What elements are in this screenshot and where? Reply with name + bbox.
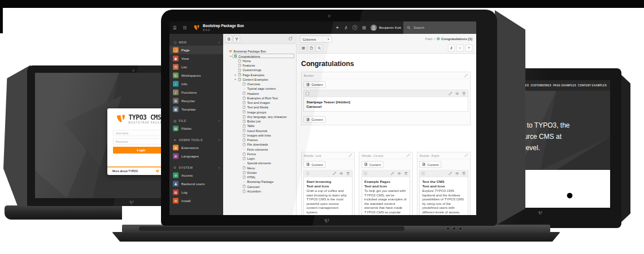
content-element-links[interactable]: Log into TYPO3 [423,214,465,215]
add-content-button[interactable]: Content [362,161,384,168]
visibility-icon[interactable] [398,172,402,176]
module-item-template[interactable]: ▦Template [169,105,223,113]
tree-item-images-with-links[interactable]: Images with links [223,133,297,138]
module-item-list[interactable]: ☰List [169,63,223,71]
tree-expander-icon[interactable]: ▾ [229,55,232,58]
delete-icon[interactable] [404,172,408,176]
columns-select[interactable]: Columns ▾ [300,36,332,43]
tree-item-form-elements[interactable]: ┄Form elements [223,147,297,151]
avatar[interactable] [371,25,377,31]
tree-item-congratulations[interactable]: ▾Congratulations [223,54,297,58]
tree-item-file-downloads[interactable]: File downloads [223,142,297,147]
menu-toggle-icon[interactable]: ☰ [173,25,177,30]
module-item-functions[interactable]: ƒFunctions [169,88,223,97]
tree-item-bullet-list[interactable]: Bullet List [223,119,297,124]
tree-item-text-and-images[interactable]: Text and Images [223,100,297,105]
module-section-admin-tools[interactable]: ➤ADMIN TOOLS▾ [169,136,223,143]
module-item-info[interactable]: iInfo [169,80,223,88]
content-element-card[interactable]: Example PagesText and IconTo help get yo… [362,170,410,215]
module-item-view[interactable]: ◉View [169,54,223,63]
tree-item-customizings[interactable]: Customizings [223,68,297,72]
view-search-button[interactable] [316,45,323,51]
tree-item-headers[interactable]: Headers [223,91,297,95]
tree-item-text-and-media[interactable]: Text and Media [223,105,297,110]
module-item-page[interactable]: ❏Page [169,46,223,54]
content-element-links[interactable]: Features Customizing [307,214,350,215]
edit-column-icon[interactable] [464,154,468,157]
user-name[interactable]: Benjamin Kott [379,26,401,30]
tree-item-login[interactable]: Login [223,156,297,161]
new-page-button[interactable] [225,36,232,42]
module-item-install[interactable]: ⚙Install [169,196,223,205]
edit-icon[interactable] [449,172,452,176]
tree-item-carousel[interactable]: Carousel [223,184,297,189]
module-item-extensions[interactable]: ⊞Extensions [169,143,223,152]
module-item-filelist[interactable]: ▤Filelist [169,124,223,133]
add-content-button[interactable]: Content [304,116,326,123]
tree-item-insert-records[interactable]: Insert Records [223,128,297,133]
tree-expander-icon[interactable]: ▾ [234,78,237,81]
content-element-card[interactable]: Start browsingText and IconGrab a cup of… [304,170,353,215]
delete-icon[interactable] [462,92,466,96]
site-nav-item-customizings[interactable]: CUSTOMIZINGS [530,84,551,87]
module-section-web[interactable]: ❏WEB▾ [169,38,223,46]
bookmark-star-icon[interactable]: ★ [336,25,339,30]
module-section-file[interactable]: ▤FILE▾ [169,117,223,124]
view-mode-grid-button[interactable] [300,45,307,51]
edit-icon[interactable] [449,92,452,96]
add-content-button[interactable]: Content [304,161,326,168]
edit-column-icon[interactable] [349,154,353,157]
edit-column-icon[interactable] [407,154,411,157]
tree-item-content-examples[interactable]: ▾Content Examples [223,77,297,82]
help-button[interactable]: ? [465,45,472,51]
site-nav-item-page-examples[interactable]: PAGE EXAMPLES [553,84,576,87]
tree-item-any-language-any-character[interactable]: Any language, any character [223,115,297,119]
tree-item-divider[interactable]: Divider [223,170,297,175]
refresh-icon[interactable] [288,37,293,41]
tree-item-accordion[interactable]: Accordion [223,189,297,194]
content-element-card[interactable]: Startpage Teaser [Hidden] Carousel [304,90,468,112]
tree-item-bootstrap-package[interactable]: ┄Bootstrap Package [223,179,297,184]
help-icon[interactable]: ? [353,25,358,30]
tree-item-bootstrap-package-box[interactable]: Bootstrap Package Box [223,49,297,54]
visibility-icon[interactable] [455,92,459,96]
delete-icon[interactable] [462,172,466,176]
site-nav-item-content-examples[interactable]: CONTENT EXAMPLES [578,84,607,87]
tree-item-menu[interactable]: Menu [223,165,297,170]
module-item-access[interactable]: ⊘Access [169,171,223,179]
module-item-languages[interactable]: ⊕Languages [169,152,223,160]
tree-item-image-groups[interactable]: Image groups [223,110,297,114]
edit-column-icon[interactable] [464,74,468,78]
app-grid-icon[interactable] [362,26,367,30]
tree-item-examples-of-rich-text[interactable]: Examples of Rich Text [223,96,297,100]
tree-item-table[interactable]: Table [223,124,297,128]
module-item-workspaces[interactable]: ↻Workspaces [169,71,223,80]
tree-item-home[interactable]: Home [223,59,297,63]
tree-item-special-elements[interactable]: ┄Special elements [223,161,297,165]
tree-item-features[interactable]: Features [223,63,297,68]
search-input[interactable] [413,25,461,30]
tree-item-overview[interactable]: Overview [223,82,297,86]
tree-item-html[interactable]: HTML [223,175,297,179]
tree-item-typical-page-content[interactable]: ┄Typical page content [223,86,297,91]
more-about-typo3-link[interactable]: More about TYPO3 [112,170,138,173]
tree-expander-icon[interactable]: ▸ [234,73,237,76]
module-item-log[interactable]: ▤Log [169,188,223,196]
clear-cache-button[interactable] [448,45,455,51]
view-mode-doc-button[interactable] [308,45,315,51]
module-item-recycler[interactable]: ♻Recycler [169,97,223,105]
visibility-icon[interactable] [340,172,343,176]
add-content-button[interactable]: Content [304,81,326,88]
add-content-button[interactable]: Content [420,161,442,168]
tree-item-page-examples[interactable]: ▸Page Examples [223,72,297,77]
module-item-backend-users[interactable]: ♟Backend users [169,179,223,188]
edit-icon[interactable] [333,172,337,176]
bookmark-button[interactable]: ☆ [457,45,464,51]
content-element-links[interactable]: Examples [364,214,407,215]
select-checkbox[interactable] [306,92,310,95]
tree-item-frames[interactable]: Frames [223,138,297,142]
edit-icon[interactable] [391,172,395,176]
filter-button[interactable] [233,36,240,42]
tree-item-forms[interactable]: Forms [223,152,297,156]
visibility-icon[interactable] [455,172,459,176]
